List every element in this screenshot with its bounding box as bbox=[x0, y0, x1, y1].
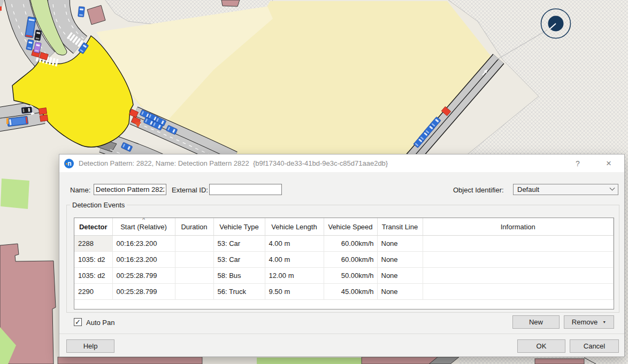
table-row[interactable]: 1035: d200:25:28.799 58: Bus 12.00 m50.0… bbox=[74, 268, 614, 284]
col-header-vehicle-type[interactable]: Vehicle Type bbox=[213, 218, 265, 236]
object-identifier-value: Default bbox=[517, 185, 539, 193]
col-header-transit-line[interactable]: Transit Line bbox=[377, 218, 423, 236]
check-icon: ✓ bbox=[75, 318, 81, 326]
external-id-input[interactable] bbox=[209, 184, 282, 195]
table-row[interactable]: 229000:25:28.799 56: Truck 9.50 m45.00km… bbox=[74, 284, 614, 300]
col-header-information[interactable]: Information bbox=[423, 218, 614, 236]
dropdown-arrow-icon: ▼ bbox=[602, 320, 606, 324]
detection-events-group-label: Detection Events bbox=[70, 201, 127, 209]
dialog-title: Detection Pattern: 2822, Name: Detection… bbox=[79, 159, 388, 167]
aimsun-logo-icon: n bbox=[64, 159, 74, 168]
detection-events-table[interactable]: Detector ^ Start (Relative) Duration Veh… bbox=[74, 218, 614, 309]
footer-divider bbox=[59, 334, 624, 334]
auto-pan-checkbox[interactable]: ✓ bbox=[74, 318, 82, 326]
table-row[interactable]: 1035: d200:16:23.200 53: Car 4.00 m60.00… bbox=[74, 252, 614, 268]
object-identifier-label: Object Identifier: bbox=[453, 186, 504, 194]
auto-pan-label: Auto Pan bbox=[86, 319, 115, 327]
name-input[interactable] bbox=[94, 184, 166, 195]
name-label: Name: bbox=[70, 186, 90, 194]
external-id-label: External ID: bbox=[172, 186, 208, 194]
new-button[interactable]: New bbox=[512, 315, 560, 329]
vegetation-areas bbox=[1, 179, 29, 209]
remove-button[interactable]: Remove ▼ bbox=[564, 315, 614, 329]
object-identifier-select[interactable]: Default bbox=[513, 184, 618, 195]
table-row[interactable]: 228800:16:23.200 53: Car 4.00 m60.00km/h… bbox=[74, 236, 614, 252]
sort-asc-icon: ^ bbox=[142, 218, 145, 222]
col-header-start[interactable]: ^ Start (Relative) bbox=[112, 218, 175, 236]
detection-pattern-dialog: n Detection Pattern: 2822, Name: Detecti… bbox=[59, 154, 625, 357]
app-window: n Detection Pattern: 2822, Name: Detecti… bbox=[0, 0, 628, 364]
col-header-duration[interactable]: Duration bbox=[175, 218, 213, 236]
chevron-down-icon bbox=[610, 185, 615, 191]
col-header-vehicle-speed[interactable]: Vehicle Speed bbox=[324, 218, 377, 236]
col-header-detector[interactable]: Detector bbox=[74, 218, 112, 236]
close-icon[interactable]: × bbox=[601, 158, 617, 169]
help-icon[interactable]: ? bbox=[570, 159, 586, 168]
table-header-row: Detector ^ Start (Relative) Duration Veh… bbox=[74, 218, 614, 236]
ok-button[interactable]: OK bbox=[517, 339, 565, 353]
col-header-vehicle-length[interactable]: Vehicle Length bbox=[265, 218, 324, 236]
help-button[interactable]: Help bbox=[66, 339, 114, 353]
dialog-titlebar[interactable]: n Detection Pattern: 2822, Name: Detecti… bbox=[59, 154, 624, 172]
cancel-button[interactable]: Cancel bbox=[570, 339, 619, 353]
